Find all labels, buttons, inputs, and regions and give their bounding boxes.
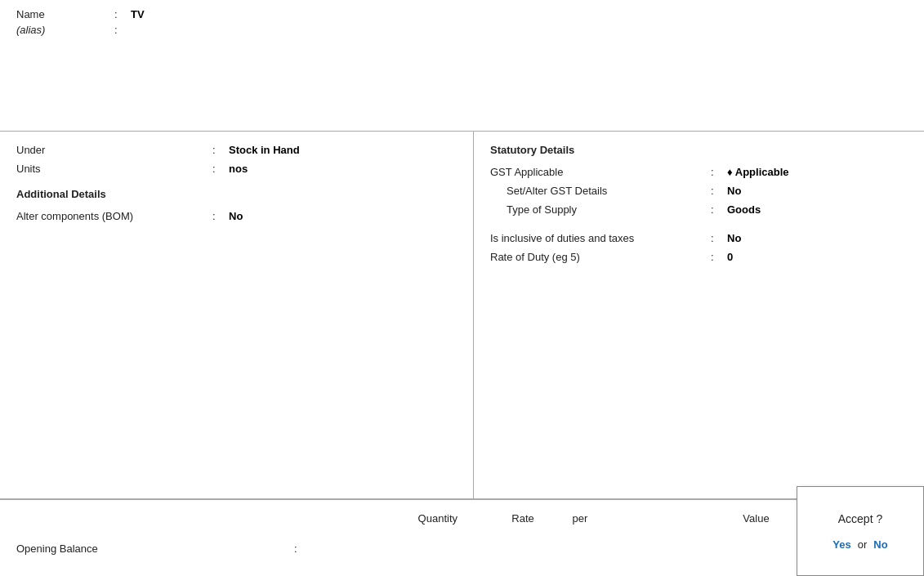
inclusive-duties-value: No <box>727 232 741 244</box>
accept-title: Accept ? <box>838 512 882 525</box>
per-label: per <box>573 512 588 525</box>
set-alter-value: No <box>727 185 741 197</box>
gst-applicable-row: GST Applicable : ♦ Applicable <box>490 166 908 178</box>
statutory-title: Statutory Details <box>490 144 908 156</box>
rate-col-header: Rate <box>490 512 556 525</box>
alter-components-label: Alter components (BOM) <box>16 210 212 222</box>
opening-balance-label: Opening Balance <box>16 543 294 555</box>
alter-components-row: Alter components (BOM) : No <box>16 210 457 222</box>
accept-buttons: Yes or No <box>832 538 887 551</box>
per-col-header: per <box>556 512 605 525</box>
rate-of-duty-value: 0 <box>727 251 733 263</box>
set-alter-row: Set/Alter GST Details : No <box>490 185 908 197</box>
opening-balance-colon: : <box>294 543 310 555</box>
right-panel: Statutory Details GST Applicable : ♦ App… <box>474 132 924 498</box>
under-colon: : <box>212 144 229 156</box>
name-value: TV <box>131 8 145 20</box>
name-colon: : <box>114 8 131 20</box>
under-label: Under <box>16 144 212 156</box>
bottom-bar: Quantity Rate per Value <box>0 499 924 536</box>
inclusive-duties-label: Is inclusive of duties and taxes <box>490 232 711 244</box>
gst-applicable-colon: : <box>711 166 727 178</box>
quantity-label: Quantity <box>418 512 458 525</box>
main-container: Name : TV (alias) : Under : Stock in Han… <box>0 0 924 576</box>
alias-colon: : <box>114 24 131 36</box>
name-label: Name <box>16 8 114 20</box>
type-of-supply-label: Type of Supply <box>490 203 711 216</box>
alias-row: (alias) : <box>16 24 908 36</box>
rate-of-duty-label: Rate of Duty (eg 5) <box>490 251 711 263</box>
gst-applicable-label: GST Applicable <box>490 166 711 178</box>
type-of-supply-colon: : <box>711 203 727 216</box>
quantity-col-header: Quantity <box>16 512 490 525</box>
accept-no-button[interactable]: No <box>873 538 887 551</box>
middle-section: Under : Stock in Hand Units : nos Additi… <box>0 132 924 499</box>
inclusive-duties-colon: : <box>711 232 727 244</box>
under-row: Under : Stock in Hand <box>16 144 457 156</box>
units-label: Units <box>16 163 212 175</box>
ob-label-area: Opening Balance : <box>16 543 490 555</box>
top-section: Name : TV (alias) : <box>0 0 924 131</box>
units-value: nos <box>229 163 248 175</box>
type-of-supply-row: Type of Supply : Goods <box>490 203 908 216</box>
inclusive-duties-row: Is inclusive of duties and taxes : No <box>490 232 908 244</box>
type-of-supply-value: Goods <box>727 203 761 216</box>
alter-components-value: No <box>229 210 243 222</box>
alias-label: (alias) <box>16 24 114 36</box>
opening-balance-section: Opening Balance : <box>0 536 924 560</box>
alter-components-colon: : <box>212 210 229 222</box>
additional-details-title: Additional Details <box>16 188 457 200</box>
accept-dialog: Accept ? Yes or No <box>797 486 924 576</box>
rate-of-duty-row: Rate of Duty (eg 5) : 0 <box>490 251 908 263</box>
accept-yes-button[interactable]: Yes <box>832 538 850 551</box>
units-colon: : <box>212 163 229 175</box>
rate-label: Rate <box>511 512 533 525</box>
set-alter-label: Set/Alter GST Details <box>490 185 711 197</box>
set-alter-colon: : <box>711 185 727 197</box>
rate-of-duty-colon: : <box>711 251 727 263</box>
gst-applicable-value: ♦ Applicable <box>727 166 789 178</box>
value-label: Value <box>743 512 769 525</box>
units-row: Units : nos <box>16 163 457 175</box>
name-row: Name : TV <box>16 8 908 20</box>
accept-or-text: or <box>858 538 868 551</box>
under-value: Stock in Hand <box>229 144 300 156</box>
left-panel: Under : Stock in Hand Units : nos Additi… <box>0 132 474 498</box>
